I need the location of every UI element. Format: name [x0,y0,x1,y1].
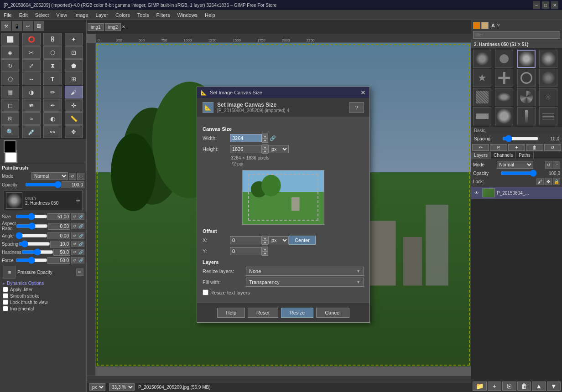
force-link[interactable]: 🔗 [78,257,84,263]
tool-heal[interactable]: ✛ [65,99,83,112]
tool-select-color[interactable]: ◈ [1,46,19,59]
lock-pixels-icon[interactable]: 🖌 [536,178,544,185]
unit-dropdown[interactable]: px [89,383,105,391]
y-input[interactable] [230,247,262,255]
canvas-area[interactable]: 0 250 500 750 1000 1250 1500 1750 2000 2… [87,34,471,376]
new-layer-btn[interactable]: + [488,382,502,391]
brushes-help-icon[interactable]: ? [497,23,500,28]
mode-more-btn[interactable]: ⋯ [77,173,84,180]
brush-copy-btn[interactable]: ⎘ [490,144,507,151]
tool-bucket-fill[interactable]: ▦ [1,86,19,98]
tool-measure[interactable]: 📏 [65,112,83,125]
size-reset[interactable]: ↺ [71,213,78,220]
brush-cell-4[interactable] [539,50,557,68]
swatch-tan[interactable] [481,22,489,29]
menu-file[interactable]: File [0,10,16,20]
new-layer-group-btn[interactable]: 📁 [473,382,487,391]
resize-layers-select[interactable]: None All Layers Image-sized layers [246,267,364,276]
incremental-checkbox[interactable] [3,306,8,311]
tool-rect-select[interactable]: ⬜ [1,33,19,46]
help-button[interactable]: Help [217,308,245,318]
reset-button[interactable]: Reset [248,308,278,318]
tool-color-picker[interactable]: 💉 [22,125,41,138]
x-spin-up[interactable]: ▲ [262,236,268,240]
tool-transform[interactable]: ⬠ [1,72,19,85]
hardness-slider[interactable] [21,248,53,256]
menu-windows[interactable]: Windows [173,10,201,20]
tool-blend[interactable]: ◑ [22,86,41,98]
menu-layer[interactable]: Layer [92,10,112,20]
layer-move-down-btn[interactable]: ▼ [547,382,561,391]
y-spin-down[interactable]: ▼ [262,251,268,256]
canvas-hscrollbar[interactable] [87,376,471,382]
cancel-button[interactable]: Cancel [316,308,349,318]
brush-cell-6[interactable] [495,69,513,87]
tool-fuzzy-select[interactable]: ✦ [65,33,83,46]
tool-clone[interactable]: ⎘ [1,112,19,125]
tool-paths[interactable]: ⚯ [43,125,62,138]
angle-link[interactable]: 🔗 [78,232,84,239]
tool-text[interactable]: T [43,72,62,85]
brush-preview[interactable]: Brush 2. Hardness 050 ✏ [4,190,83,211]
dialog-close-btn[interactable]: ✕ [360,89,366,96]
tool-ellipse-select[interactable]: ⭕ [22,33,41,46]
width-spin-up[interactable]: ▲ [262,134,268,138]
tool-shear[interactable]: ⧗ [43,59,62,72]
brush-refresh-btn[interactable]: ↺ [544,144,561,151]
brushes-spacing-slider[interactable] [502,135,539,142]
tool-crop[interactable]: ⊡ [65,46,83,59]
channels-tab[interactable]: Channels [491,152,516,159]
dialog-header-btn[interactable]: ? [349,102,364,113]
zoom-dropdown[interactable]: 33,3 % [109,383,135,391]
mode-reset-btn[interactable]: ↺ [69,173,76,180]
height-spin-up[interactable]: ▲ [262,144,268,149]
brush-edit-btn-r[interactable]: ✏ [472,144,489,151]
image-tab-2[interactable]: img2 [105,23,121,31]
offset-unit-select[interactable]: px [268,236,289,244]
menu-edit[interactable]: Edit [16,10,31,20]
lock-pos-icon[interactable]: ✥ [545,178,552,185]
tool-dodge[interactable]: ◐ [43,112,62,125]
size-slider[interactable] [16,213,47,220]
smooth-stroke-checkbox[interactable] [3,293,8,299]
height-input[interactable] [230,145,262,153]
tool-ink[interactable]: ✒ [43,99,62,112]
brush-cell-1[interactable] [473,50,491,68]
brush-cell-8[interactable] [539,69,557,87]
brush-cell-12[interactable]: ✳ [539,88,557,106]
lock-all-icon[interactable]: 🔒 [553,178,560,185]
aspect-slider[interactable] [16,222,48,230]
resize-button[interactable]: Resize [281,308,314,318]
tool-scissors[interactable]: ✂ [22,46,41,59]
spacing-reset[interactable]: ↺ [71,241,78,247]
center-button[interactable]: Center [289,236,316,245]
aspect-link[interactable]: 🔗 [78,223,84,229]
layers-mode-more[interactable]: ⋯ [553,161,560,169]
layer-visibility-icon[interactable]: 👁 [473,189,480,196]
resize-text-checkbox[interactable] [203,289,208,295]
duplicate-layer-btn[interactable]: ⎘ [502,382,516,391]
maximize-btn[interactable]: □ [542,1,549,9]
force-slider[interactable] [16,257,47,264]
x-input[interactable] [230,236,262,244]
brush-cell-9[interactable] [473,88,491,106]
delete-layer-btn[interactable]: 🗑 [517,382,531,391]
x-spin-down[interactable]: ▼ [262,240,268,245]
brush-cell-7[interactable] [517,69,536,87]
menu-help[interactable]: Help [201,10,219,20]
brush-cell-11[interactable] [517,88,536,106]
image-tab-1[interactable]: img1 [88,23,104,31]
spacing-link[interactable]: 🔗 [78,241,84,247]
tool-align[interactable]: ⊞ [65,72,83,85]
brush-cell-13[interactable] [473,107,491,125]
tab-images[interactable]: 🖼 [34,21,44,31]
brush-cell-5[interactable]: ★ [473,69,491,87]
layer-item-0[interactable]: 👁 P_20150604_... [471,187,562,199]
opacity-slider[interactable] [25,181,62,188]
tool-airbrush[interactable]: ≋ [22,99,41,112]
tab-tools[interactable]: ⚒ [1,21,11,31]
layers-mode-reset[interactable]: ↺ [545,161,552,169]
unit-select[interactable]: px mm in [268,145,289,153]
foreground-color-swatch[interactable] [4,140,16,153]
menu-filters[interactable]: Filters [153,10,174,20]
